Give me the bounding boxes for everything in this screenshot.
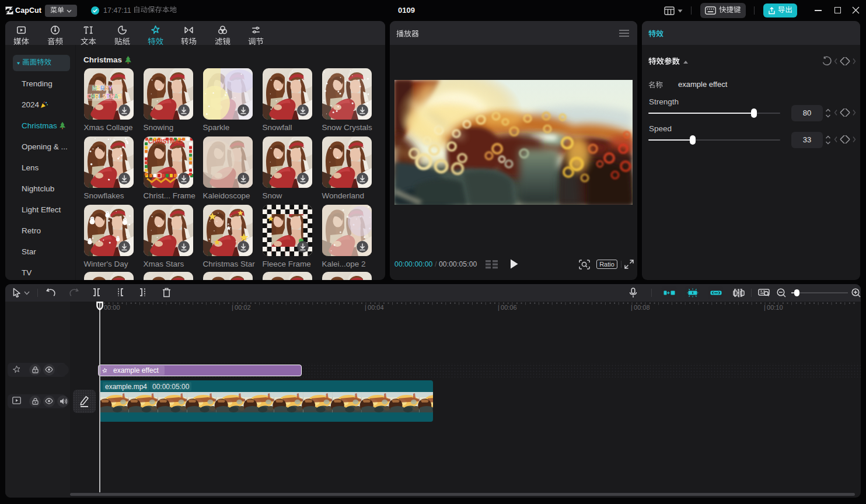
svg-text:Y: Y [109,85,113,92]
svg-text:E: E [96,85,100,92]
svg-text:I: I [98,93,100,100]
svg-text:CHRISTMAS: CHRISTMAS [148,138,183,145]
svg-text:S: S [117,93,121,100]
svg-text:T: T [106,93,110,100]
